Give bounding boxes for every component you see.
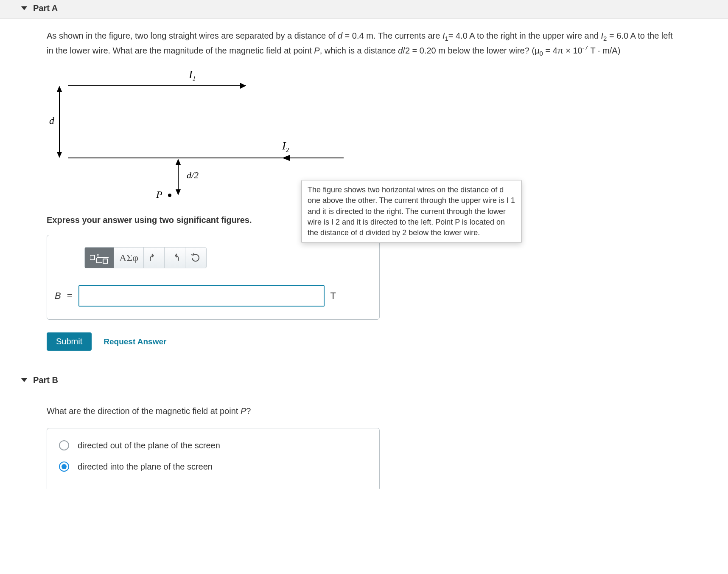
choice-2[interactable]: directed into the plane of the screen <box>59 461 367 472</box>
svg-marker-5 <box>57 86 62 92</box>
equation-toolbar: x ΑΣφ <box>84 247 207 268</box>
caret-down-icon <box>21 6 27 10</box>
answer-box: x ΑΣφ B = T <box>47 235 380 320</box>
label-P: P <box>156 189 162 200</box>
figure-description-tooltip: The figure shows two horizontal wires on… <box>301 180 522 243</box>
svg-marker-3 <box>282 155 290 161</box>
equals-sign: = <box>67 289 73 303</box>
svg-rect-13 <box>103 259 107 263</box>
choice-1-label: directed out of the plane of the screen <box>78 441 220 450</box>
svg-rect-11 <box>90 255 95 260</box>
radio-icon[interactable] <box>59 461 69 472</box>
lhs-variable: B <box>55 289 61 303</box>
choice-box: directed out of the plane of the screen … <box>47 428 380 489</box>
caret-down-icon <box>21 378 27 382</box>
templates-button[interactable]: x <box>85 248 114 268</box>
svg-point-10 <box>168 194 171 197</box>
redo-button[interactable] <box>165 248 185 268</box>
svg-text:x: x <box>97 252 99 257</box>
prompt-text: As shown in the figure, two long straigh… <box>47 30 681 58</box>
radio-icon[interactable] <box>59 440 69 450</box>
submit-button[interactable]: Submit <box>47 332 92 351</box>
choice-2-label: directed into the plane of the screen <box>78 462 213 472</box>
undo-button[interactable] <box>144 248 165 268</box>
request-answer-link[interactable]: Request Answer <box>104 336 166 348</box>
figure-diagram: I1 I2 d d/2 P The figure shows two horiz… <box>47 69 344 205</box>
label-d: d <box>49 115 55 126</box>
svg-marker-6 <box>57 152 62 158</box>
svg-marker-8 <box>176 159 181 165</box>
action-row: Submit Request Answer <box>47 332 681 351</box>
greek-button[interactable]: ΑΣφ <box>114 248 144 268</box>
unit-label: T <box>330 289 336 303</box>
svg-marker-9 <box>176 189 181 195</box>
part-a-header[interactable]: Part A <box>0 0 728 19</box>
answer-input[interactable] <box>78 285 325 307</box>
equation-row: B = T <box>55 285 372 307</box>
part-b-question: What are the direction of the magnetic f… <box>47 406 681 416</box>
label-I2: I2 <box>282 140 289 153</box>
svg-marker-1 <box>240 83 246 89</box>
part-b-header[interactable]: Part B <box>0 372 728 390</box>
part-b-content: What are the direction of the magnetic f… <box>0 390 728 489</box>
label-dhalf: d/2 <box>187 170 199 180</box>
part-a-title: Part A <box>33 3 58 13</box>
choice-1[interactable]: directed out of the plane of the screen <box>59 440 367 450</box>
label-I1: I1 <box>188 69 196 82</box>
question-prompt: As shown in the figure, two long straigh… <box>47 30 681 58</box>
part-b-title: Part B <box>33 375 58 385</box>
part-a-content: As shown in the figure, two long straigh… <box>0 19 728 351</box>
reset-button[interactable] <box>185 248 206 268</box>
